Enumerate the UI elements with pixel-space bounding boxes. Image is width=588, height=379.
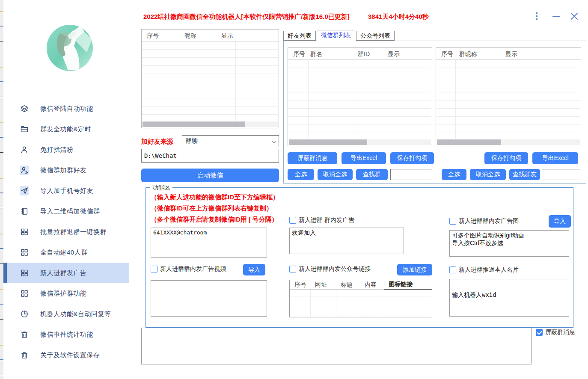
grid-icon [20,268,29,278]
grid-icon [20,227,29,237]
ad-image-textarea[interactable]: 可多个图片自动识别gif动画 导入按Ctrl不放多选 [449,230,569,257]
grid-icon [20,248,29,257]
trash-icon [20,330,29,339]
sidebar-item-label: 关于及软件设置保存 [40,351,100,359]
sidebar-item-label: 群发全功能&定时 [40,125,91,133]
col-header: 群ID [358,50,370,58]
select-all-groups-button[interactable]: 全选 [288,169,314,180]
block-group-msg-button[interactable]: 屏蔽群消息 [288,152,337,164]
find-group-input[interactable] [390,169,432,180]
card-checkbox[interactable] [449,266,456,273]
window-minimize-button[interactable] [550,10,562,22]
uptime-counter: 3841天4小时4分40秒 [368,13,429,21]
save-checked-button-right[interactable]: 保存打勾项 [484,152,528,164]
sidebar-item-about-settings[interactable]: 关于及软件设置保存 [3,345,129,365]
ad-video-textarea[interactable] [151,280,267,317]
select-all-members-button[interactable]: 全选 [442,169,466,180]
card-label: 新人进群推送本人名片 [459,266,519,274]
block-msg-checkbox[interactable] [536,329,543,336]
col-header: 网址 [310,281,336,289]
col-header: 序号 [290,281,310,289]
sidebar-item-robot-autoreply[interactable]: 机器人功能&自动回复等 [3,304,129,324]
link-table-rows [290,290,432,317]
scrollbar-thumb[interactable] [143,121,245,127]
friend-table-hscrollbar [143,121,278,127]
member-table-rows [437,60,580,139]
col-header: 序号 [441,50,453,58]
selected-option: 群聊 [186,137,198,145]
find-member-input[interactable] [542,169,580,180]
sidebar-item-import-qrcode[interactable]: 导入二维码加微信群 [3,201,129,222]
link-checkbox[interactable] [289,266,296,272]
ad-text-textarea[interactable]: 欢迎加入 [289,228,404,254]
group-table-header: 序号 群名 群ID 显示 [288,48,432,60]
scrollbar-thumb[interactable] [437,139,501,145]
group-table-rows [288,60,431,139]
col-header: 序号 [147,32,159,40]
col-header: 群昵称 [459,50,477,58]
group-id-textarea[interactable]: 641XXXX@chatroom [151,228,267,258]
ad-video-label: 新人进群群内发广告视频 [160,265,226,273]
start-wechat-button[interactable]: 启动微信 [141,169,279,182]
hint-line-3: （多个微信群开启请复制微信ID用 | 号分隔） [151,216,278,224]
sidebar-item-batch-group[interactable]: 批量拉群退群一键换群 [3,222,129,242]
tab-official-account-list[interactable]: 公众号列表 [356,31,395,41]
link-label: 新人进群群内发公众号链接 [299,265,371,273]
ad-image-label: 新人进群群内发广告图 [459,217,519,225]
sidebar-item-auto-create-group[interactable]: 全自动建40人群 [3,242,129,263]
pie-icon [20,309,29,319]
notebook-icon [20,207,29,216]
sidebar-item-clean-fans[interactable]: 免打扰清粉 [3,139,129,160]
person-add-icon [20,166,29,175]
ad-image-checkbox[interactable] [449,218,456,225]
add-link-button[interactable]: 添加链接 [397,264,432,275]
send-icon [20,186,29,195]
group-member-table: 序号 群昵称 显示 [436,47,581,146]
window-close-button[interactable] [568,10,580,22]
chevron-down-icon [272,139,276,143]
member-table-hscrollbar [437,139,580,145]
sidebar-item-event-stats[interactable]: 微信事件统计功能 [3,324,129,345]
grid-icon [20,289,29,298]
card-wxid-textarea[interactable]: 输入机器人wxid [449,279,569,317]
link-table: 序号 网址 标题 内容 图标链接 [289,280,432,317]
find-member-button[interactable]: 查找群友 [509,169,540,180]
tab-friend-list[interactable]: 好友列表 [283,31,316,41]
sidebar-item-group-add-friends[interactable]: 微信群加群好友 [3,160,129,181]
col-header: 显示 [221,32,233,40]
ad-text-checkbox-row: 新人进群 群内发广告 [289,216,354,224]
log-textarea[interactable] [141,328,532,364]
scrollbar-thumb[interactable] [289,139,367,145]
check-icon [537,331,542,335]
sidebar-item-label: 免打扰清粉 [40,146,74,154]
sidebar-item-newcomer-ad[interactable]: 新人进群发广告 [3,263,129,283]
sidebar-item-import-phone-friends[interactable]: 导入加手机号好友 [3,181,129,201]
sidebar-item-group-guard[interactable]: 微信群护群功能 [3,283,129,304]
deselect-all-members-button[interactable]: 取消全选 [470,169,506,180]
import-image-button[interactable]: 导入 [549,215,571,228]
ad-video-checkbox-row: 新人进群群内发广告视频 [151,265,226,273]
tab-group-list[interactable]: 微信群列表 [317,30,355,41]
window-menu-button[interactable] [531,10,543,22]
wechat-path-input[interactable] [141,149,279,163]
sidebar-item-label: 全自动建40人群 [40,249,88,257]
sidebar-item-wechat-login[interactable]: 微信登陆自动功能 [3,98,129,119]
friend-table: 序号 昵称 显示 [141,29,279,128]
find-group-button[interactable]: 查找群 [356,169,388,180]
col-header: 群名 [310,50,322,58]
col-header: 内容 [360,281,384,289]
col-header: 昵称 [184,32,196,40]
import-video-button[interactable]: 导入 [243,264,265,275]
group-table: 序号 群名 群ID 显示 [288,47,432,146]
deselect-all-groups-button[interactable]: 取消全选 [318,169,353,180]
ad-video-checkbox[interactable] [151,266,157,272]
export-excel-button-right[interactable]: 导出Excel [532,152,578,164]
add-friend-source-select[interactable]: 群聊 [182,135,279,147]
sidebar-item-label: 导入加手机号好友 [40,187,93,195]
col-header-icon-link: 图标链接 [384,280,432,290]
ad-text-checkbox[interactable] [289,217,296,224]
sidebar-item-mass-send[interactable]: 群发全功能&定时 [3,119,129,139]
sidebar-item-label: 微信群护群功能 [40,290,87,298]
export-excel-button[interactable]: 导出Excel [342,152,386,164]
save-checked-button[interactable]: 保存打勾项 [390,152,434,164]
